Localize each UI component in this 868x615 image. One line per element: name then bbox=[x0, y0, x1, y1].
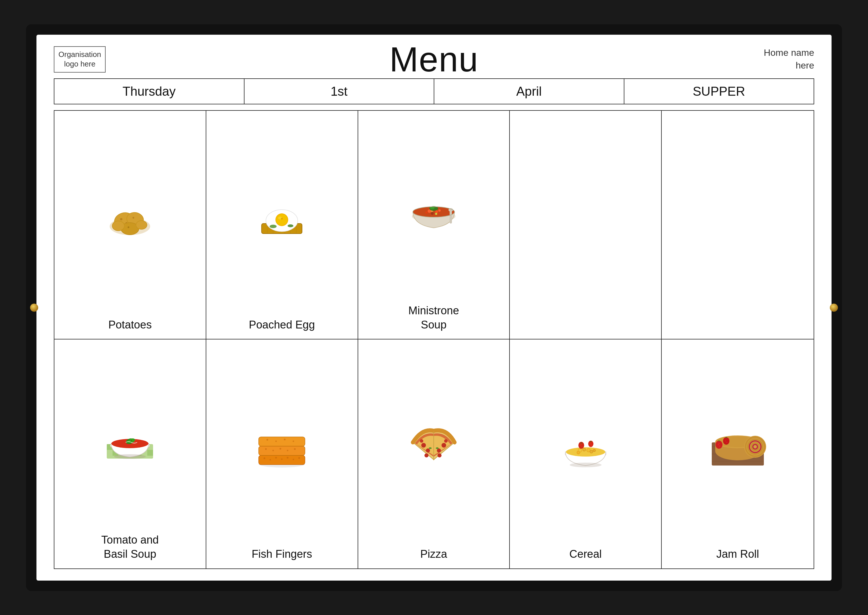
potatoes-label: Potatoes bbox=[108, 318, 152, 332]
svg-rect-77 bbox=[259, 437, 305, 446]
date-cell: 1st bbox=[244, 78, 435, 105]
svg-point-63 bbox=[264, 457, 265, 459]
day-cell: Thursday bbox=[54, 78, 244, 105]
food-image-area bbox=[513, 345, 658, 543]
fish-fingers-image bbox=[253, 418, 311, 470]
svg-point-84 bbox=[426, 448, 430, 453]
pizza-image bbox=[405, 418, 463, 470]
svg-point-85 bbox=[420, 439, 423, 443]
svg-point-83 bbox=[421, 443, 426, 448]
meal-cell: SUPPER bbox=[624, 78, 815, 105]
tomato-soup-label: Tomato andBasil Soup bbox=[101, 533, 159, 562]
soup-label: MinistroneSoup bbox=[408, 304, 459, 332]
food-image-area bbox=[513, 116, 658, 328]
svg-point-3 bbox=[120, 218, 122, 220]
potatoes-image bbox=[101, 189, 159, 241]
food-image-area bbox=[362, 116, 506, 299]
poached-egg-label: Poached Egg bbox=[249, 318, 315, 332]
home-name: Home namehere bbox=[764, 46, 814, 72]
svg-point-76 bbox=[294, 448, 296, 450]
pizza-label: Pizza bbox=[421, 547, 447, 561]
food-image-area bbox=[58, 116, 202, 314]
food-cell-tomato-soup: Tomato andBasil Soup bbox=[55, 339, 206, 568]
svg-point-80 bbox=[275, 441, 277, 442]
food-cell-pizza: Pizza bbox=[358, 339, 510, 568]
svg-point-109 bbox=[580, 445, 581, 446]
svg-point-137 bbox=[723, 437, 729, 445]
logo-box: Organisationlogo here bbox=[54, 46, 106, 73]
food-cell-cereal: Cereal bbox=[510, 339, 662, 568]
svg-point-79 bbox=[266, 439, 268, 441]
food-grid: Potatoes bbox=[54, 110, 814, 569]
svg-rect-53 bbox=[147, 450, 153, 456]
svg-point-73 bbox=[272, 450, 274, 451]
soup-image bbox=[405, 181, 463, 234]
svg-point-90 bbox=[438, 453, 441, 457]
svg-point-14 bbox=[136, 221, 147, 229]
svg-point-10 bbox=[128, 226, 129, 228]
food-cell-jam-roll: Jam Roll bbox=[662, 339, 813, 568]
svg-point-132 bbox=[754, 445, 757, 448]
tomato-soup-image bbox=[101, 411, 159, 463]
svg-point-34 bbox=[435, 210, 438, 213]
food-cell-potatoes: Potatoes bbox=[55, 111, 206, 339]
svg-point-69 bbox=[298, 457, 300, 459]
svg-point-64 bbox=[270, 459, 271, 460]
food-cell-empty-2 bbox=[662, 111, 813, 339]
menu-title: Menu bbox=[389, 39, 479, 79]
svg-point-59 bbox=[114, 454, 146, 459]
poached-egg-image bbox=[253, 189, 311, 241]
screw-left bbox=[30, 304, 38, 312]
jam-roll-image bbox=[709, 418, 767, 470]
svg-point-89 bbox=[444, 439, 447, 443]
svg-point-136 bbox=[718, 443, 719, 444]
fish-fingers-label: Fish Fingers bbox=[252, 547, 312, 561]
svg-point-28 bbox=[270, 225, 277, 228]
svg-rect-70 bbox=[259, 446, 305, 456]
cereal-label: Cereal bbox=[569, 547, 602, 561]
svg-rect-61 bbox=[259, 456, 305, 465]
svg-point-29 bbox=[288, 224, 293, 227]
svg-point-67 bbox=[287, 457, 288, 459]
food-image-area bbox=[210, 345, 354, 543]
svg-point-138 bbox=[725, 440, 726, 442]
food-cell-fish-fingers: Fish Fingers bbox=[206, 339, 358, 568]
food-cell-poached-egg: Poached Egg bbox=[206, 111, 358, 339]
month-cell: April bbox=[434, 78, 624, 105]
svg-point-115 bbox=[570, 463, 602, 467]
svg-point-81 bbox=[284, 439, 286, 440]
svg-point-36 bbox=[438, 209, 441, 212]
screw-right bbox=[830, 304, 838, 312]
svg-point-75 bbox=[287, 450, 288, 451]
svg-point-105 bbox=[577, 451, 580, 454]
svg-point-135 bbox=[719, 446, 720, 447]
svg-point-107 bbox=[593, 450, 595, 451]
svg-point-134 bbox=[718, 444, 719, 445]
food-image-area bbox=[362, 345, 506, 543]
svg-point-68 bbox=[293, 459, 294, 460]
header-row: Organisationlogo here Menu Home namehere bbox=[54, 46, 814, 73]
cereal-image bbox=[557, 418, 615, 470]
date-bar: Thursday 1st April SUPPER bbox=[54, 78, 814, 105]
svg-point-7 bbox=[133, 217, 134, 219]
svg-point-87 bbox=[441, 443, 446, 448]
svg-point-26 bbox=[276, 214, 288, 226]
svg-point-74 bbox=[280, 448, 281, 450]
svg-point-92 bbox=[436, 447, 439, 449]
svg-point-111 bbox=[581, 444, 582, 445]
food-image-area bbox=[665, 116, 810, 328]
svg-point-91 bbox=[429, 447, 432, 449]
svg-point-82 bbox=[293, 441, 294, 442]
food-image-area bbox=[58, 345, 202, 529]
svg-point-101 bbox=[587, 449, 590, 452]
svg-point-110 bbox=[581, 446, 582, 447]
svg-point-35 bbox=[425, 211, 428, 214]
jam-roll-label: Jam Roll bbox=[716, 547, 759, 561]
svg-rect-38 bbox=[435, 213, 437, 215]
svg-point-66 bbox=[281, 459, 283, 460]
food-cell-empty-1 bbox=[510, 111, 662, 339]
svg-point-103 bbox=[590, 451, 593, 453]
food-image-area bbox=[210, 116, 354, 314]
svg-point-88 bbox=[437, 448, 441, 453]
svg-point-139 bbox=[726, 442, 727, 443]
